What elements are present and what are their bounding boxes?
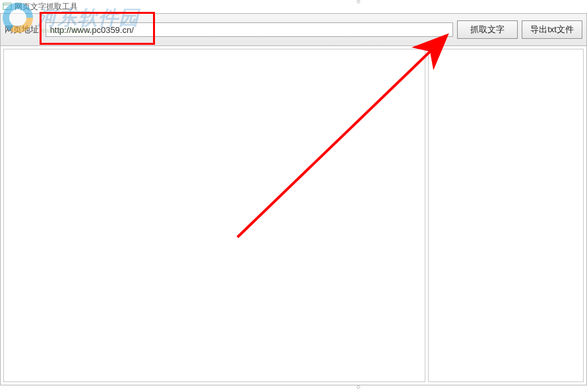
titlebar: 网页文字抓取工具 — [0, 0, 587, 13]
grab-text-button[interactable]: 抓取文字 — [457, 20, 518, 39]
right-output-pane[interactable] — [428, 49, 584, 382]
toolbar: 网页地址: 抓取文字 导出txt文件 — [0, 13, 587, 46]
app-icon — [3, 2, 12, 11]
export-txt-button[interactable]: 导出txt文件 — [522, 20, 582, 39]
svg-rect-0 — [3, 3, 11, 10]
left-output-pane[interactable] — [3, 49, 425, 382]
decoration-dot: ○ — [356, 0, 361, 5]
window-title: 网页文字抓取工具 — [15, 1, 78, 13]
decoration-dot: ○ — [356, 383, 361, 391]
url-input[interactable] — [46, 22, 453, 37]
content-area — [0, 46, 587, 385]
url-label: 网页地址: — [5, 24, 42, 36]
